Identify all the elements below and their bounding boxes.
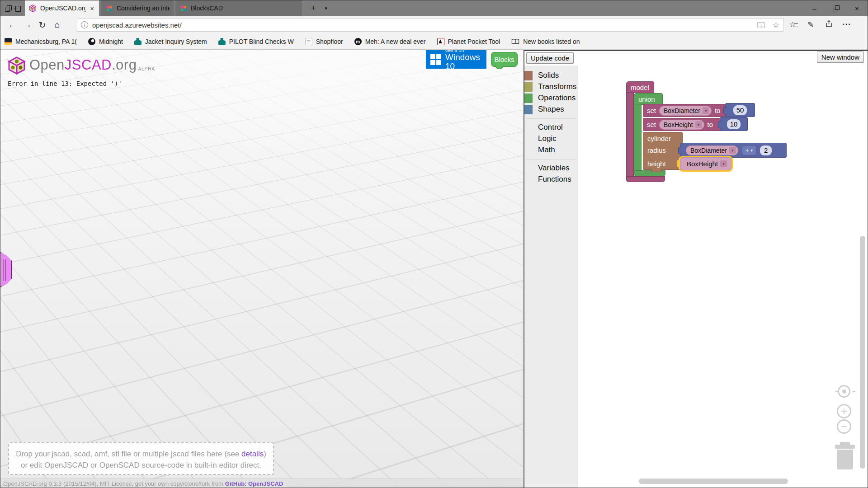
bookmarks-bar: Mechanicsburg, PA 1( Midnight Jacket Inq… <box>0 34 868 50</box>
more-menu-icon[interactable]: ··· <box>838 20 856 30</box>
number-field[interactable]: 2 <box>760 145 772 155</box>
error-message: Error in line 13: Expected ')' <box>8 80 122 87</box>
union-block[interactable]: union <box>634 93 663 105</box>
3d-viewport[interactable]: OpenJSCAD.orgALPHA Error in line 13: Exp… <box>0 50 524 488</box>
solids-color-swatch <box>524 71 533 80</box>
bookmark-item[interactable]: Shopfloor <box>305 38 343 45</box>
trash-can-icon[interactable] <box>835 441 855 469</box>
tab-preview-icon[interactable] <box>5 5 11 11</box>
category-solids[interactable]: Solids <box>524 70 578 81</box>
person-favicon-icon <box>134 38 142 45</box>
bookmark-item[interactable]: Planet Pocket Tool <box>437 38 500 45</box>
bookmark-item[interactable]: PILOT Blind Checks W <box>218 38 294 45</box>
dropzone-text: ) <box>264 450 266 458</box>
set-boxdiameter-block[interactable]: set BoxDiameter▾ to <box>643 104 727 117</box>
category-functions[interactable]: Functions <box>524 174 578 185</box>
union-block-spine[interactable] <box>634 104 642 170</box>
tab-bar-left-icons <box>0 0 25 16</box>
category-logic[interactable]: Logic <box>524 133 578 144</box>
variable-name: BoxDiameter <box>664 107 700 114</box>
minimize-button[interactable]: – <box>804 0 825 16</box>
tab-close-icon[interactable]: × <box>89 5 95 12</box>
reading-view-icon[interactable] <box>757 22 765 28</box>
workspace-horizontal-scrollbar[interactable] <box>639 479 788 484</box>
file-dropzone[interactable]: Drop your jscad, scad, amf, stl file or … <box>8 442 274 475</box>
number-block-50[interactable]: 50 <box>725 103 755 117</box>
site-info-icon[interactable]: i <box>81 21 88 28</box>
bookmark-label: Shopfloor <box>316 38 343 45</box>
url-text[interactable]: openjscad.azurewebsites.net/ <box>92 21 182 29</box>
category-label: Shapes <box>538 105 564 114</box>
logo-open: Open <box>29 57 65 73</box>
bookmark-item[interactable]: Midnight <box>88 38 123 45</box>
variable-name: BoxDiameter <box>690 147 727 154</box>
boxdiameter-variable-dropdown[interactable]: BoxDiameter▾ <box>659 106 712 116</box>
tab-openjscad[interactable]: OpenJSCAD.org × <box>25 0 99 16</box>
number-field[interactable]: 10 <box>727 119 741 129</box>
bookmark-item[interactable]: Mechanicsburg, PA 1( <box>5 38 77 45</box>
category-control[interactable]: Control <box>524 122 578 133</box>
refresh-icon[interactable]: ↻ <box>35 20 50 30</box>
category-shapes[interactable]: Shapes <box>524 104 578 115</box>
bookmark-item[interactable]: Jacket Inquiry System <box>134 38 207 45</box>
add-favorite-star-icon[interactable]: ☆ <box>773 20 779 30</box>
hub-favorites-icon[interactable]: ☆ <box>783 20 802 30</box>
new-tab-button[interactable]: + <box>307 0 320 16</box>
update-code-button[interactable]: Update code <box>526 52 574 64</box>
new-window-button[interactable]: New window <box>817 52 864 63</box>
division-expression-block[interactable]: BoxDiameter▾ ÷▾ 2 <box>680 143 787 158</box>
dropdown-arrow-icon: ▾ <box>720 160 727 167</box>
workspace-vertical-scrollbar[interactable] <box>860 236 865 469</box>
zoom-in-icon[interactable]: + <box>837 404 851 418</box>
set-boxheight-block[interactable]: set BoxHeight▾ to <box>643 118 722 131</box>
model-block[interactable]: model <box>626 81 654 93</box>
close-button[interactable]: × <box>846 0 868 16</box>
restore-button[interactable] <box>825 0 846 16</box>
github-link[interactable]: GitHub: OpenJSCAD <box>225 480 283 487</box>
union-block-label: union <box>638 95 655 103</box>
document-favicon-icon <box>305 38 312 45</box>
dropdown-arrow-icon: ▾ <box>751 148 753 153</box>
tab-considering[interactable]: Considering an integrated c <box>101 0 174 16</box>
share-icon[interactable] <box>820 20 838 30</box>
blocks-editor-panel: Update code New window Solids Transforms… <box>524 50 868 488</box>
model-block-spine[interactable] <box>626 92 634 176</box>
forward-icon[interactable]: → <box>20 20 35 30</box>
to-keyword: to <box>715 107 721 114</box>
set-keyword: set <box>647 121 656 128</box>
tab-list-chevron-icon[interactable]: ▾ <box>320 0 332 16</box>
bookmark-item[interactable]: mMeh: A new deal ever <box>354 38 426 45</box>
zoom-out-icon[interactable]: − <box>837 419 851 434</box>
cylinder-block[interactable]: cylinder radius height <box>643 132 683 170</box>
operator-dropdown[interactable]: ÷▾ <box>742 145 756 155</box>
tab-blockscad[interactable]: BlocksCAD <box>175 0 302 16</box>
tab-title: BlocksCAD <box>191 5 298 12</box>
number-field[interactable]: 50 <box>733 105 747 115</box>
model-block-foot[interactable] <box>626 176 665 182</box>
number-block-10[interactable]: 10 <box>720 117 748 131</box>
restore-icon <box>834 6 838 10</box>
address-bar[interactable]: i openjscad.azurewebsites.net/ ☆ <box>77 18 783 32</box>
back-icon[interactable]: ← <box>5 20 20 30</box>
category-operations[interactable]: Operations <box>524 93 578 103</box>
bookmark-item[interactable]: New books listed on <box>511 38 580 45</box>
model-block-label: model <box>631 84 649 91</box>
category-transforms[interactable]: Transforms <box>524 81 578 92</box>
boxheight-variable-block-selected[interactable]: BoxHeight▾ <box>680 157 731 170</box>
home-icon[interactable]: ⌂ <box>50 20 65 30</box>
category-math[interactable]: Math <box>524 145 578 155</box>
set-tabs-aside-icon[interactable] <box>15 5 21 11</box>
boxheight-variable-dropdown[interactable]: BoxHeight▾ <box>659 120 704 130</box>
blocks-mode-button[interactable]: Blocks <box>491 52 518 67</box>
get-windows10-badge[interactable]: Get it on Windows 10 <box>426 50 486 69</box>
openjscad-cube-logo-icon <box>8 56 26 75</box>
logo-org: .org <box>112 57 137 73</box>
details-link[interactable]: details <box>241 450 264 458</box>
web-note-pen-icon[interactable]: ✎ <box>802 20 820 30</box>
boxdiameter-variable-dropdown[interactable]: BoxDiameter▾ <box>686 145 738 155</box>
zoom-reset-crosshair-icon[interactable] <box>838 385 850 398</box>
bookmark-label: Midnight <box>99 38 123 45</box>
category-variables[interactable]: Variables <box>524 163 578 174</box>
panel-toolbar: Update code New window <box>524 51 868 66</box>
logo-alpha-tag: ALPHA <box>138 66 155 71</box>
